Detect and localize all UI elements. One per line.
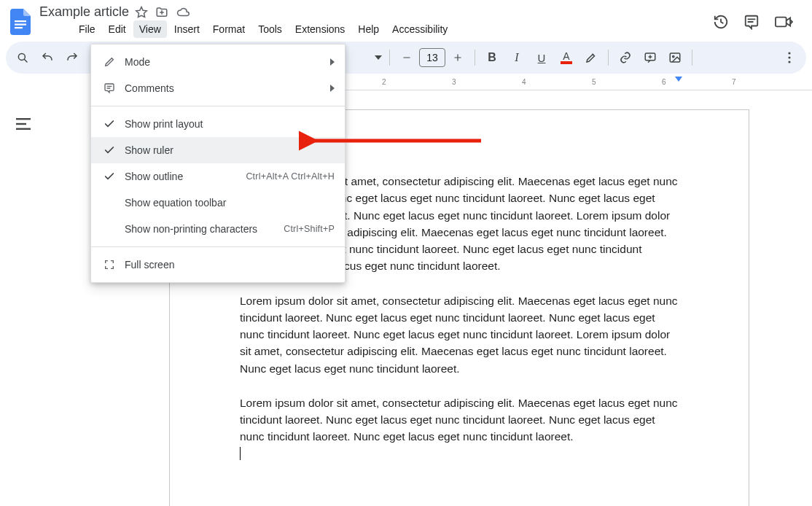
menu-file[interactable]: File	[73, 20, 101, 38]
text-color-button[interactable]: A	[555, 47, 577, 69]
menu-view[interactable]: View	[133, 20, 167, 38]
menu-item-label: Full screen	[125, 259, 335, 270]
ruler-right-margin-marker[interactable]	[675, 77, 682, 82]
svg-rect-2	[15, 27, 23, 28]
redo-icon[interactable]	[61, 47, 83, 69]
menu-item-mode[interactable]: Mode	[91, 49, 345, 75]
comments-icon[interactable]	[743, 14, 760, 30]
highlight-button[interactable]	[580, 47, 602, 69]
menu-item-show-equation-toolbar[interactable]: Show equation toolbar	[91, 190, 345, 216]
menu-edit[interactable]: Edit	[103, 20, 132, 38]
menu-item-shortcut: Ctrl+Alt+A Ctrl+Alt+H	[246, 171, 335, 182]
separator	[475, 50, 475, 66]
menu-item-show-ruler[interactable]: Show ruler	[91, 137, 345, 163]
svg-rect-3	[776, 17, 786, 26]
italic-button[interactable]: I	[506, 47, 528, 69]
docs-logo[interactable]	[6, 7, 35, 36]
svg-rect-13	[16, 128, 31, 130]
font-size-input[interactable]: 13	[419, 48, 445, 67]
bold-button[interactable]: B	[481, 47, 503, 69]
ruler-tick: 6	[662, 78, 666, 86]
search-icon[interactable]	[12, 47, 34, 69]
history-icon[interactable]	[713, 14, 729, 30]
menu-item-show-print-layout[interactable]: Show print layout	[91, 111, 345, 137]
menu-item-full-screen[interactable]: Full screen	[91, 252, 345, 278]
fullscreen-icon	[101, 259, 117, 270]
svg-rect-0	[15, 20, 26, 22]
menu-format[interactable]: Format	[207, 20, 251, 38]
insert-image-button[interactable]	[664, 47, 686, 69]
separator	[608, 50, 609, 66]
ruler-tick: 7	[732, 78, 736, 86]
insert-link-button[interactable]	[614, 47, 636, 69]
paragraph[interactable]: Lorem ipsum dolor sit amet, consectetur …	[240, 394, 679, 462]
separator	[389, 50, 390, 66]
menu-tools[interactable]: Tools	[252, 20, 288, 38]
submenu-arrow-icon	[330, 82, 335, 94]
pencil-icon	[101, 56, 117, 68]
svg-rect-1	[15, 23, 26, 25]
menu-accessibility[interactable]: Accessibility	[386, 20, 453, 38]
font-size-decrease[interactable]	[396, 47, 418, 69]
ruler-tick: 2	[382, 78, 386, 86]
submenu-arrow-icon	[330, 56, 335, 68]
svg-rect-11	[16, 118, 31, 120]
menu-item-label: Show equation toolbar	[125, 197, 335, 209]
paragraph[interactable]: Lorem ipsum dolor sit amet, consectetur …	[240, 292, 679, 377]
menu-item-shortcut: Ctrl+Shift+P	[284, 224, 335, 234]
separator	[692, 50, 692, 66]
text-cursor	[240, 447, 241, 460]
svg-point-8	[788, 52, 790, 54]
menu-item-label: Show outline	[125, 171, 246, 182]
add-comment-button[interactable]	[639, 47, 661, 69]
comment-icon	[101, 82, 117, 94]
menu-item-show-outline[interactable]: Show outline Ctrl+Alt+A Ctrl+Alt+H	[91, 163, 345, 190]
menu-item-label: Mode	[125, 56, 335, 68]
ruler-tick: 4	[522, 78, 526, 86]
svg-point-7	[673, 55, 674, 57]
menu-item-label: Show ruler	[125, 144, 335, 156]
cloud-status-icon[interactable]	[176, 6, 190, 19]
menu-item-label: Comments	[125, 82, 335, 94]
ruler-tick: 3	[452, 78, 456, 86]
svg-point-9	[788, 56, 790, 58]
check-icon	[101, 118, 117, 130]
check-icon	[101, 144, 117, 156]
undo-icon[interactable]	[36, 47, 58, 69]
outline-toggle-icon[interactable]	[10, 111, 36, 137]
heading-dropdown-icon[interactable]	[373, 54, 383, 61]
document-title[interactable]: Example article	[39, 4, 129, 20]
menu-help[interactable]: Help	[352, 20, 385, 38]
menu-insert[interactable]: Insert	[168, 20, 206, 38]
svg-point-10	[788, 61, 790, 63]
menubar: File Edit View Insert Format Tools Exten…	[35, 20, 713, 39]
svg-rect-12	[16, 123, 26, 125]
menu-separator	[91, 246, 345, 247]
check-icon	[101, 171, 117, 182]
move-icon[interactable]	[155, 6, 168, 19]
menu-extensions[interactable]: Extensions	[289, 20, 351, 38]
menu-item-label: Show non-printing characters	[125, 223, 284, 235]
ruler-tick: 5	[592, 78, 596, 86]
menu-item-comments[interactable]: Comments	[91, 75, 345, 101]
meet-icon[interactable]	[774, 14, 793, 30]
star-icon[interactable]	[135, 6, 148, 19]
menu-item-show-nonprinting[interactable]: Show non-printing characters Ctrl+Shift+…	[91, 216, 345, 242]
view-menu-dropdown: Mode Comments Show print layout Show rul…	[90, 44, 346, 283]
font-size-increase[interactable]	[447, 47, 469, 69]
menu-separator	[91, 106, 345, 106]
menu-item-label: Show print layout	[125, 118, 335, 130]
underline-button[interactable]: U	[531, 47, 553, 69]
more-button[interactable]	[778, 47, 800, 69]
